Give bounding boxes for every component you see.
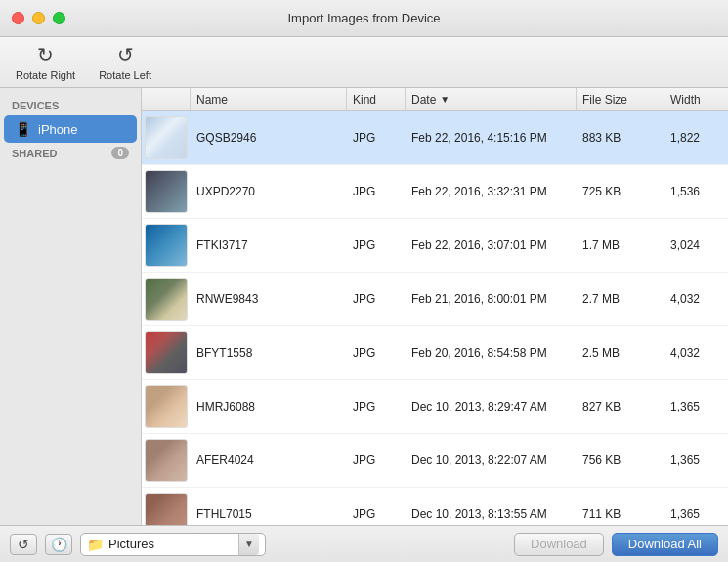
cell-name: RNWE9843	[191, 292, 347, 306]
rotate-left-icon: ↺	[117, 43, 134, 66]
cell-file-size: 827 KB	[577, 400, 664, 413]
cell-file-size: 725 KB	[577, 185, 664, 198]
folder-selector[interactable]: 📁 Pictures ▼	[80, 533, 266, 556]
folder-dropdown-arrow-icon: ▼	[238, 534, 259, 555]
cell-kind: JPG	[347, 346, 406, 360]
table-row[interactable]: UXPD2270 JPG Feb 22, 2016, 3:32:31 PM 72…	[142, 165, 728, 219]
cell-width: 3,024	[664, 238, 728, 252]
table-row[interactable]: FTHL7015 JPG Dec 10, 2013, 8:13:55 AM 71…	[142, 488, 728, 525]
rotate-right-label: Rotate Right	[16, 69, 75, 81]
col-width: Width	[664, 88, 728, 110]
iphone-icon: 📱	[14, 120, 31, 138]
download-button[interactable]: Download	[514, 533, 604, 556]
cell-file-size: 883 KB	[577, 131, 664, 145]
cell-kind: JPG	[347, 507, 406, 521]
cell-name: HMRJ6088	[191, 400, 347, 413]
cell-kind: JPG	[347, 400, 406, 413]
toolbar: ↻ Rotate Right ↺ Rotate Left	[0, 37, 728, 88]
iphone-label: iPhone	[38, 122, 77, 137]
maximize-button[interactable]	[53, 12, 65, 24]
window-title: Import Images from Device	[287, 11, 440, 25]
cell-thumb	[142, 221, 191, 270]
devices-section-header: DEVICES	[0, 96, 141, 115]
thumbnail	[145, 170, 188, 213]
table-row[interactable]: RNWE9843 JPG Feb 21, 2016, 8:00:01 PM 2.…	[142, 273, 728, 326]
cell-date: Dec 10, 2013, 8:22:07 AM	[406, 454, 577, 467]
thumbnail	[145, 116, 188, 159]
cell-date: Feb 22, 2016, 4:15:16 PM	[406, 131, 577, 145]
rotate-right-button[interactable]: ↻ Rotate Right	[16, 43, 75, 81]
col-name[interactable]: Name	[191, 88, 347, 110]
cell-kind: JPG	[347, 131, 406, 145]
cell-date: Dec 10, 2013, 8:29:47 AM	[406, 400, 577, 413]
cell-name: FTKI3717	[191, 238, 347, 252]
clock-button[interactable]: 🕐	[45, 534, 72, 555]
cell-file-size: 2.7 MB	[577, 292, 664, 306]
cell-width: 1,365	[664, 400, 728, 413]
cell-date: Feb 22, 2016, 3:07:01 PM	[406, 238, 577, 252]
cell-thumb	[142, 275, 191, 324]
cell-date: Dec 10, 2013, 8:13:55 AM	[406, 507, 577, 521]
cell-date: Feb 21, 2016, 8:00:01 PM	[406, 292, 577, 306]
download-all-button[interactable]: Download All	[612, 533, 718, 556]
cell-thumb	[142, 113, 191, 162]
cell-thumb	[142, 436, 191, 485]
cell-name: UXPD2270	[191, 185, 347, 198]
thumbnail	[145, 439, 188, 482]
cell-name: FTHL7015	[191, 507, 347, 521]
devices-label: DEVICES	[12, 100, 59, 111]
cell-file-size: 1.7 MB	[577, 238, 664, 252]
rotate-left-label: Rotate Left	[99, 69, 151, 81]
minimize-button[interactable]	[32, 12, 45, 24]
rotate-left-button[interactable]: ↺ Rotate Left	[99, 43, 151, 81]
table-row[interactable]: HMRJ6088 JPG Dec 10, 2013, 8:29:47 AM 82…	[142, 380, 728, 434]
cell-name: GQSB2946	[191, 131, 347, 145]
file-list-container: Name Kind Date ▼ File Size Width GQSB294…	[142, 88, 728, 525]
folder-label: Pictures	[108, 537, 234, 551]
cell-thumb	[142, 382, 191, 431]
cell-kind: JPG	[347, 292, 406, 306]
thumbnail	[145, 385, 188, 428]
cell-thumb	[142, 167, 191, 216]
rotate-left-small-icon: ↺	[18, 537, 29, 552]
thumbnail	[145, 278, 188, 321]
table-body: GQSB2946 JPG Feb 22, 2016, 4:15:16 PM 88…	[142, 111, 728, 525]
sidebar: DEVICES 📱 iPhone SHARED 0	[0, 88, 142, 525]
sidebar-item-iphone[interactable]: 📱 iPhone	[4, 115, 137, 143]
cell-width: 1,536	[664, 185, 728, 198]
sort-arrow-icon: ▼	[440, 94, 450, 105]
cell-kind: JPG	[347, 185, 406, 198]
cell-width: 1,365	[664, 507, 728, 521]
cell-file-size: 711 KB	[577, 507, 664, 521]
cell-thumb	[142, 328, 191, 377]
cell-name: AFER4024	[191, 454, 347, 467]
table-row[interactable]: BFYT1558 JPG Feb 20, 2016, 8:54:58 PM 2.…	[142, 326, 728, 380]
rotate-left-small-button[interactable]: ↺	[10, 534, 37, 555]
col-date[interactable]: Date ▼	[406, 88, 577, 110]
table-header: Name Kind Date ▼ File Size Width	[142, 88, 728, 111]
rotate-right-icon: ↻	[37, 43, 54, 66]
cell-width: 1,822	[664, 131, 728, 145]
table-row[interactable]: AFER4024 JPG Dec 10, 2013, 8:22:07 AM 75…	[142, 434, 728, 488]
col-thumb	[142, 88, 191, 110]
col-file-size: File Size	[577, 88, 664, 110]
cell-name: BFYT1558	[191, 346, 347, 360]
bottom-bar: ↺ 🕐 📁 Pictures ▼ Download Download All	[0, 525, 728, 562]
window-controls	[12, 12, 65, 24]
cell-file-size: 756 KB	[577, 454, 664, 467]
thumbnail	[145, 493, 188, 525]
shared-badge: 0	[111, 147, 129, 159]
cell-date: Feb 22, 2016, 3:32:31 PM	[406, 185, 577, 198]
table-row[interactable]: FTKI3717 JPG Feb 22, 2016, 3:07:01 PM 1.…	[142, 219, 728, 273]
cell-width: 1,365	[664, 454, 728, 467]
thumbnail	[145, 224, 188, 267]
title-bar: Import Images from Device	[0, 0, 728, 37]
cell-date: Feb 20, 2016, 8:54:58 PM	[406, 346, 577, 360]
cell-width: 4,032	[664, 346, 728, 360]
table-row[interactable]: GQSB2946 JPG Feb 22, 2016, 4:15:16 PM 88…	[142, 111, 728, 165]
folder-icon: 📁	[87, 537, 104, 552]
cell-kind: JPG	[347, 238, 406, 252]
cell-width: 4,032	[664, 292, 728, 306]
cell-file-size: 2.5 MB	[577, 346, 664, 360]
close-button[interactable]	[12, 12, 24, 24]
